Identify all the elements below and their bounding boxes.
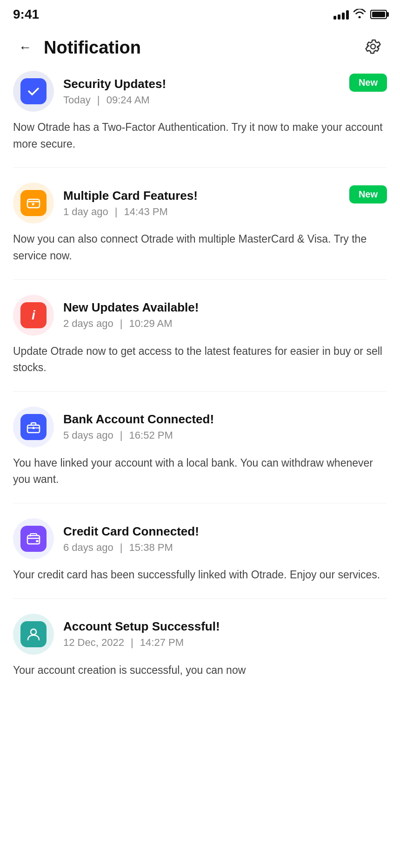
check-icon: [20, 78, 47, 104]
svg-point-2: [33, 427, 35, 429]
notif-title-bank: Bank Account Connected!: [63, 412, 387, 427]
notif-body-card: Now you can also connect Otrade with mul…: [13, 231, 387, 264]
notification-item-multiple-card[interactable]: Multiple Card Features! 1 day ago | 14:4…: [13, 183, 387, 264]
notif-header: Security Updates! Today | 09:24 AM New: [13, 71, 387, 112]
notif-icon-bank: [13, 407, 54, 448]
notification-item-credit-card[interactable]: Credit Card Connected! 6 days ago | 15:3…: [13, 518, 387, 583]
notif-body-updates: Update Otrade now to get access to the l…: [13, 343, 387, 376]
back-button[interactable]: ←: [15, 37, 35, 58]
new-badge-card: New: [349, 185, 387, 203]
notif-time-account: 12 Dec, 2022 | 14:27 PM: [63, 637, 387, 649]
notif-title-account: Account Setup Successful!: [63, 619, 387, 634]
svg-rect-4: [36, 540, 39, 542]
notif-time-security: Today | 09:24 AM: [63, 94, 340, 106]
briefcase-icon: [20, 414, 47, 440]
notif-header-card: Multiple Card Features! 1 day ago | 14:4…: [13, 183, 387, 224]
notif-text-credit: Credit Card Connected! 6 days ago | 15:3…: [63, 524, 387, 554]
status-time: 9:41: [13, 7, 39, 22]
gear-icon: [364, 37, 382, 58]
notif-text-updates: New Updates Available! 2 days ago | 10:2…: [63, 300, 387, 330]
star-card-icon: [20, 190, 47, 216]
svg-point-5: [31, 629, 36, 635]
notif-header-account: Account Setup Successful! 12 Dec, 2022 |…: [13, 614, 387, 655]
notification-item-security-updates[interactable]: Security Updates! Today | 09:24 AM New N…: [13, 71, 387, 152]
wallet-icon: [20, 526, 47, 552]
notif-header-updates: i New Updates Available! 2 days ago | 10…: [13, 295, 387, 336]
notification-item-new-updates[interactable]: i New Updates Available! 2 days ago | 10…: [13, 295, 387, 376]
notif-icon-security: [13, 71, 54, 112]
notif-icon-credit: [13, 518, 54, 559]
notif-time-credit: 6 days ago | 15:38 PM: [63, 542, 387, 554]
divider-3: [13, 391, 387, 392]
notif-title-credit: Credit Card Connected!: [63, 524, 387, 539]
notification-list: Security Updates! Today | 09:24 AM New N…: [0, 71, 400, 678]
settings-button[interactable]: [361, 35, 385, 60]
notif-icon-card: [13, 183, 54, 224]
page-title: Notification: [44, 38, 141, 58]
status-bar: 9:41: [0, 0, 400, 26]
divider-1: [13, 167, 387, 168]
new-badge-security: New: [349, 74, 387, 92]
notif-time-bank: 5 days ago | 16:52 PM: [63, 429, 387, 441]
header: ← Notification: [0, 26, 400, 71]
status-icons: [333, 9, 387, 20]
signal-icon: [333, 9, 349, 20]
divider-5: [13, 598, 387, 599]
notif-time-card: 1 day ago | 14:43 PM: [63, 206, 340, 218]
divider-2: [13, 279, 387, 280]
notif-time-updates: 2 days ago | 10:29 AM: [63, 318, 387, 330]
notif-text-card: Multiple Card Features! 1 day ago | 14:4…: [63, 189, 340, 218]
divider-4: [13, 503, 387, 503]
info-icon: i: [20, 302, 47, 328]
wifi-icon: [353, 9, 366, 20]
header-left: ← Notification: [15, 37, 141, 58]
notif-header-credit: Credit Card Connected! 6 days ago | 15:3…: [13, 518, 387, 559]
notif-title-updates: New Updates Available!: [63, 300, 387, 315]
notification-item-account-setup[interactable]: Account Setup Successful! 12 Dec, 2022 |…: [13, 614, 387, 679]
notif-icon-updates: i: [13, 295, 54, 336]
notif-title-security: Security Updates!: [63, 77, 340, 91]
notif-icon-account: [13, 614, 54, 655]
svg-rect-3: [27, 536, 40, 544]
notif-text-account: Account Setup Successful! 12 Dec, 2022 |…: [63, 619, 387, 649]
back-arrow-icon: ←: [19, 40, 32, 55]
battery-icon: [370, 10, 387, 19]
notif-body-bank: You have linked your account with a loca…: [13, 455, 387, 488]
notif-title-card: Multiple Card Features!: [63, 189, 340, 203]
person-icon: [20, 621, 47, 647]
notif-body-credit: Your credit card has been successfully l…: [13, 567, 387, 583]
notif-body-account: Your account creation is successful, you…: [13, 662, 387, 679]
notif-body-security: Now Otrade has a Two-Factor Authenticati…: [13, 119, 387, 152]
notif-text-security: Security Updates! Today | 09:24 AM: [63, 77, 340, 106]
notification-item-bank-account[interactable]: Bank Account Connected! 5 days ago | 16:…: [13, 407, 387, 488]
notif-text-bank: Bank Account Connected! 5 days ago | 16:…: [63, 412, 387, 441]
notif-header-bank: Bank Account Connected! 5 days ago | 16:…: [13, 407, 387, 448]
